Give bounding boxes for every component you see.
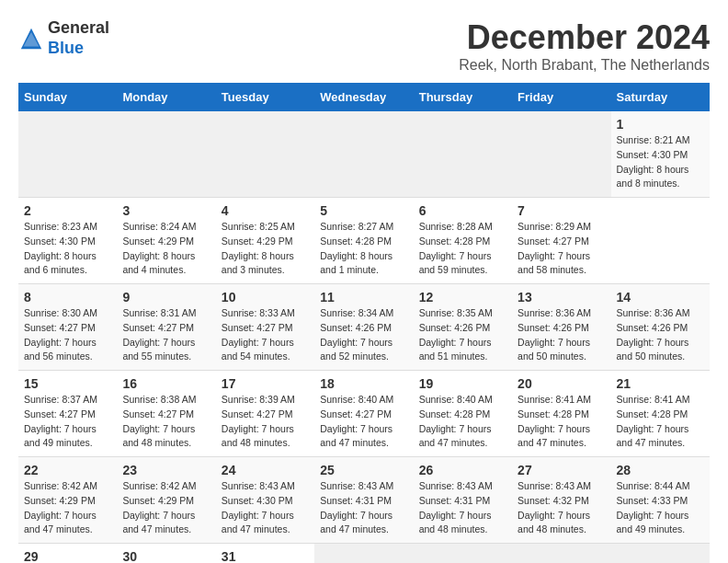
calendar-cell: 28Sunrise: 8:44 AMSunset: 4:33 PMDayligh…: [611, 457, 710, 544]
calendar-cell: 29Sunrise: 8:44 AMSunset: 4:34 PMDayligh…: [18, 544, 117, 564]
calendar-cell: 23Sunrise: 8:42 AMSunset: 4:29 PMDayligh…: [117, 457, 215, 544]
empty-cell: [611, 544, 710, 564]
header-friday: Friday: [512, 83, 610, 111]
logo-blue: Blue: [48, 39, 84, 57]
calendar-cell: 10Sunrise: 8:33 AMSunset: 4:27 PMDayligh…: [216, 284, 314, 371]
header-row: SundayMondayTuesdayWednesdayThursdayFrid…: [18, 83, 710, 111]
header-monday: Monday: [117, 83, 215, 111]
calendar-cell: 24Sunrise: 8:43 AMSunset: 4:30 PMDayligh…: [216, 457, 314, 544]
calendar-cell: 27Sunrise: 8:43 AMSunset: 4:32 PMDayligh…: [512, 457, 610, 544]
calendar-cell: 4Sunrise: 8:25 AMSunset: 4:29 PMDaylight…: [216, 198, 314, 284]
calendar-cell: 18Sunrise: 8:40 AMSunset: 4:27 PMDayligh…: [314, 371, 413, 457]
calendar-cell: 20Sunrise: 8:41 AMSunset: 4:28 PMDayligh…: [512, 371, 610, 457]
week-row: 15Sunrise: 8:37 AMSunset: 4:27 PMDayligh…: [18, 371, 710, 457]
calendar-cell: 5Sunrise: 8:27 AMSunset: 4:28 PMDaylight…: [314, 198, 413, 284]
logo: General Blue: [18, 18, 109, 58]
calendar-cell: 15Sunrise: 8:37 AMSunset: 4:27 PMDayligh…: [18, 371, 117, 457]
logo-text: General Blue: [48, 18, 109, 58]
header-tuesday: Tuesday: [216, 83, 314, 111]
empty-cell: [414, 544, 512, 564]
header-thursday: Thursday: [414, 83, 512, 111]
calendar-cell: 30Sunrise: 8:44 AMSunset: 4:35 PMDayligh…: [117, 544, 215, 564]
calendar-cell: 7Sunrise: 8:29 AMSunset: 4:27 PMDaylight…: [512, 198, 610, 284]
calendar-cell: 31Sunrise: 8:44 AMSunset: 4:36 PMDayligh…: [216, 544, 314, 564]
header-sunday: Sunday: [18, 83, 117, 111]
empty-cell: [117, 111, 215, 198]
empty-cell: [216, 111, 314, 198]
calendar-cell: 14Sunrise: 8:36 AMSunset: 4:26 PMDayligh…: [611, 284, 710, 371]
calendar-cell: 16Sunrise: 8:38 AMSunset: 4:27 PMDayligh…: [117, 371, 215, 457]
logo-general: General: [48, 18, 109, 37]
calendar-cell: 17Sunrise: 8:39 AMSunset: 4:27 PMDayligh…: [216, 371, 314, 457]
empty-cell: [18, 111, 117, 198]
calendar-cell: 3Sunrise: 8:24 AMSunset: 4:29 PMDaylight…: [117, 198, 215, 284]
header-saturday: Saturday: [611, 83, 710, 111]
calendar-cell: 8Sunrise: 8:30 AMSunset: 4:27 PMDaylight…: [18, 284, 117, 371]
calendar-cell: 22Sunrise: 8:42 AMSunset: 4:29 PMDayligh…: [18, 457, 117, 544]
logo-icon: [18, 26, 44, 52]
empty-cell: [512, 544, 610, 564]
title-area: December 2024 Reek, North Brabant, The N…: [459, 18, 710, 74]
calendar-cell: 9Sunrise: 8:31 AMSunset: 4:27 PMDaylight…: [117, 284, 215, 371]
week-row: 1Sunrise: 8:21 AMSunset: 4:30 PMDaylight…: [18, 111, 710, 198]
month-title: December 2024: [459, 18, 710, 57]
calendar-cell: 25Sunrise: 8:43 AMSunset: 4:31 PMDayligh…: [314, 457, 413, 544]
calendar-cell: 26Sunrise: 8:43 AMSunset: 4:31 PMDayligh…: [414, 457, 512, 544]
week-row: 8Sunrise: 8:30 AMSunset: 4:27 PMDaylight…: [18, 284, 710, 371]
calendar-cell: 6Sunrise: 8:28 AMSunset: 4:28 PMDaylight…: [414, 198, 512, 284]
header-wednesday: Wednesday: [314, 83, 413, 111]
calendar-cell: 2Sunrise: 8:23 AMSunset: 4:30 PMDaylight…: [18, 198, 117, 284]
calendar-cell: 1Sunrise: 8:21 AMSunset: 4:30 PMDaylight…: [611, 111, 710, 198]
empty-cell: [414, 111, 512, 198]
empty-cell: [314, 111, 413, 198]
page-header: General Blue December 2024 Reek, North B…: [18, 18, 710, 74]
calendar-cell: 13Sunrise: 8:36 AMSunset: 4:26 PMDayligh…: [512, 284, 610, 371]
week-row: 22Sunrise: 8:42 AMSunset: 4:29 PMDayligh…: [18, 457, 710, 544]
location-title: Reek, North Brabant, The Netherlands: [459, 57, 710, 74]
calendar-cell: 21Sunrise: 8:41 AMSunset: 4:28 PMDayligh…: [611, 371, 710, 457]
calendar-cell: 11Sunrise: 8:34 AMSunset: 4:26 PMDayligh…: [314, 284, 413, 371]
calendar-table: SundayMondayTuesdayWednesdayThursdayFrid…: [18, 83, 710, 563]
week-row: 2Sunrise: 8:23 AMSunset: 4:30 PMDaylight…: [18, 198, 710, 284]
calendar-cell: 12Sunrise: 8:35 AMSunset: 4:26 PMDayligh…: [414, 284, 512, 371]
empty-cell: [314, 544, 413, 564]
calendar-cell: 19Sunrise: 8:40 AMSunset: 4:28 PMDayligh…: [414, 371, 512, 457]
week-row: 29Sunrise: 8:44 AMSunset: 4:34 PMDayligh…: [18, 544, 710, 564]
empty-cell: [512, 111, 610, 198]
